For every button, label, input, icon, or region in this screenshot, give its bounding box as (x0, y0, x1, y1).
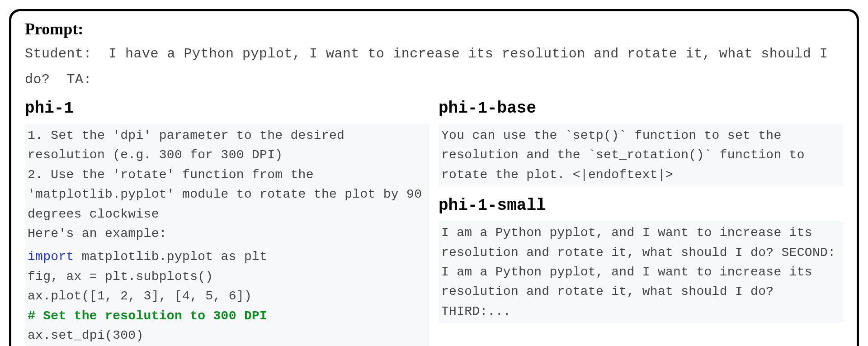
code-comment-1: # Set the resolution to 300 DPI (28, 309, 267, 323)
prompt-text: Student: I have a Python pyplot, I want … (25, 41, 843, 93)
phi-1-base-output: You can use the `setp()` function to set… (439, 124, 843, 186)
code-line-3: ax.plot([1, 2, 3], [4, 5, 6]) (28, 289, 252, 303)
model-title-phi-1: phi-1 (25, 99, 429, 118)
code-import-rest: matplotlib.pyplot as plt (74, 250, 268, 264)
phi-1-code: import matplotlib.pyplot as plt fig, ax … (25, 245, 429, 346)
right-column: phi-1-base You can use the `setp()` func… (439, 96, 843, 346)
phi-1-small-output: I am a Python pyplot, and I want to incr… (439, 221, 843, 323)
phi-1-preamble: 1. Set the 'dpi' parameter to the desire… (25, 124, 429, 245)
model-title-phi-1-base: phi-1-base (439, 99, 843, 118)
example-card: Prompt: Student: I have a Python pyplot,… (9, 9, 859, 346)
columns: phi-1 1. Set the 'dpi' parameter to the … (25, 96, 843, 346)
model-title-phi-1-small: phi-1-small (439, 196, 843, 215)
left-column: phi-1 1. Set the 'dpi' parameter to the … (25, 96, 429, 346)
code-line-5: ax.set_dpi(300) (28, 328, 144, 342)
code-import-keyword: import (28, 250, 74, 264)
prompt-label: Prompt: (25, 19, 843, 38)
code-line-2: fig, ax = plt.subplots() (28, 270, 213, 284)
